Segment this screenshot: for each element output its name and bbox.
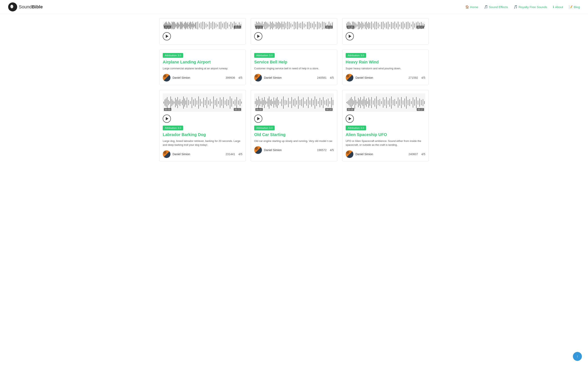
svg-rect-33: [189, 25, 189, 26]
svg-rect-16: [174, 22, 175, 29]
svg-rect-97: [274, 24, 274, 27]
svg-rect-19: [177, 23, 177, 28]
play-button-alien[interactable]: [346, 115, 354, 123]
sound-desc-old-car: Old car engine starting up slowly and ru…: [254, 139, 334, 143]
svg-rect-49: [208, 25, 208, 26]
svg-rect-387: [424, 101, 425, 104]
svg-rect-196: [424, 24, 425, 27]
svg-rect-382: [416, 97, 416, 108]
svg-rect-121: [309, 22, 309, 29]
svg-rect-307: [306, 100, 307, 106]
play-button-labrador[interactable]: [163, 115, 171, 123]
play-button-partial-1[interactable]: [163, 32, 171, 40]
author-stats-heavy-rain: 271592 4/5: [408, 76, 425, 79]
svg-rect-298: [292, 97, 292, 108]
svg-rect-174: [388, 22, 388, 29]
svg-rect-155: [360, 24, 361, 27]
svg-rect-243: [217, 99, 217, 107]
main-nav: 🏠 Home 🎵 Sound Effects 🎵 Royalty Free So…: [465, 5, 580, 9]
svg-rect-186: [408, 22, 408, 29]
svg-rect-200: [376, 26, 377, 28]
avatar-inner-labrador: [163, 150, 171, 158]
sound-title-service-bell[interactable]: Service Bell Help: [254, 60, 334, 64]
svg-rect-99: [276, 22, 276, 29]
sound-desc-alien: UFO or Alien Spacecraft ambience. Sound …: [346, 139, 425, 147]
play-button-partial-2[interactable]: [254, 32, 262, 40]
author-name-labrador: Daniel Simion: [173, 152, 190, 156]
svg-rect-305: [303, 98, 303, 108]
play-button-old-car[interactable]: [254, 115, 262, 123]
svg-rect-391: [364, 103, 364, 105]
svg-rect-297: [290, 101, 290, 104]
svg-rect-364: [386, 97, 387, 108]
nav-home[interactable]: 🏠 Home: [465, 5, 478, 9]
sound-title-alien[interactable]: Alien Spaceship UFO: [346, 132, 425, 137]
svg-rect-127: [319, 22, 319, 29]
time-start-alien: 00:00: [347, 108, 354, 111]
svg-rect-55: [217, 25, 218, 26]
svg-rect-219: [180, 99, 180, 106]
svg-rect-333: [323, 103, 323, 105]
author-row-old-car: Daniel Simion 196572 4/5: [254, 146, 334, 154]
svg-rect-220: [181, 101, 181, 104]
avatar-inner-old-car: [254, 146, 262, 154]
svg-rect-368: [393, 100, 393, 105]
svg-rect-248: [225, 100, 225, 105]
svg-rect-311: [313, 100, 313, 105]
svg-rect-198: [358, 26, 359, 28]
author-row-heavy-rain: Daniel Simion 271592 4/5: [346, 74, 425, 82]
svg-rect-43: [198, 22, 198, 29]
svg-rect-103: [281, 24, 281, 27]
sound-title-old-car[interactable]: Old Car Starting: [254, 132, 334, 137]
svg-rect-190: [415, 24, 415, 27]
svg-rect-35: [190, 22, 190, 29]
nav-about[interactable]: ℹ About: [553, 5, 563, 9]
nav-sound-effects[interactable]: 🎵 Sound Effects: [484, 5, 508, 9]
svg-rect-304: [302, 99, 302, 106]
blog-icon: 📝: [569, 5, 573, 9]
svg-rect-287: [275, 100, 275, 105]
plays-heavy-rain: 271592: [408, 76, 418, 79]
svg-rect-176: [391, 22, 392, 29]
svg-rect-203: [408, 26, 408, 28]
svg-rect-36: [191, 22, 191, 29]
nav-blog[interactable]: 📝 Blog: [569, 5, 580, 9]
svg-rect-358: [376, 96, 377, 109]
svg-rect-51: [211, 23, 211, 28]
author-stats-old-car: 196572 4/5: [317, 149, 334, 152]
play-button-partial-3[interactable]: [346, 32, 354, 40]
sound-title-airplane[interactable]: Airplane Landing Airport: [163, 60, 242, 64]
time-start-1: 00:00: [164, 26, 171, 29]
sound-title-heavy-rain[interactable]: Heavy Rain Wind: [346, 60, 425, 64]
svg-rect-122: [311, 23, 311, 28]
svg-rect-27: [183, 25, 184, 26]
svg-rect-265: [207, 104, 207, 105]
svg-rect-221: [182, 100, 182, 105]
svg-rect-30: [186, 22, 186, 29]
partial-card-2: 00:00 00:20: [251, 18, 337, 45]
svg-rect-116: [301, 23, 301, 28]
svg-rect-210: [169, 101, 170, 104]
rating-alien: 4/5: [421, 152, 425, 156]
logo[interactable]: SoundBible: [8, 2, 43, 11]
logo-text: SoundBible: [19, 4, 43, 9]
svg-rect-209: [168, 100, 169, 105]
author-avatar-airplane: [163, 74, 171, 82]
svg-rect-308: [308, 97, 309, 108]
sound-card-service-bell: Attribution 3.0 Service Bell Help Custom…: [251, 50, 337, 85]
sound-effects-icon: 🎵: [484, 5, 488, 9]
sound-title-labrador[interactable]: Labrador Barking Dog: [163, 132, 242, 137]
svg-rect-102: [279, 22, 280, 29]
author-row-service-bell: Daniel Simion 240581 4/5: [254, 74, 334, 82]
svg-rect-181: [399, 25, 400, 26]
svg-rect-89: [264, 22, 265, 29]
svg-rect-257: [240, 99, 240, 106]
svg-rect-315: [320, 98, 320, 107]
svg-rect-112: [294, 22, 294, 29]
svg-rect-375: [405, 99, 405, 107]
nav-royalty-free[interactable]: 🎵 Royalty Free Sounds: [514, 5, 547, 9]
svg-rect-310: [311, 99, 312, 107]
svg-rect-169: [380, 25, 380, 26]
time-start-old-car: 00:00: [255, 108, 263, 111]
svg-rect-291: [280, 101, 280, 104]
